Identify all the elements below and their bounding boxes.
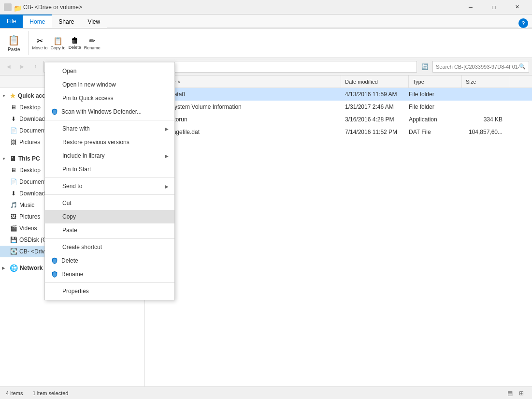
maximize-button[interactable]: □ bbox=[483, 0, 505, 15]
ctx-label-create-shortcut: Create shortcut bbox=[62, 244, 102, 251]
file-size-2: 334 KB bbox=[462, 116, 510, 123]
ctx-item-include-library[interactable]: Include in library▶ bbox=[45, 149, 174, 163]
sort-indicator: ∧ bbox=[177, 79, 181, 84]
column-header-date[interactable]: Date modified bbox=[341, 75, 409, 88]
up-button[interactable]: ↑ bbox=[30, 61, 42, 73]
file-type-0: File folder bbox=[409, 91, 462, 98]
ctx-item-restore-prev[interactable]: Restore previous versions bbox=[45, 135, 174, 149]
refresh-button[interactable]: 🔄 bbox=[419, 61, 431, 73]
ctx-label-restore-prev: Restore previous versions bbox=[62, 139, 129, 146]
ctx-item-cut[interactable]: Cut bbox=[45, 196, 174, 210]
large-icons-view-button[interactable]: ⊞ bbox=[517, 388, 526, 398]
ctx-item-copy[interactable]: Copy bbox=[45, 210, 174, 223]
search-input[interactable] bbox=[436, 64, 519, 70]
file-type-1: File folder bbox=[409, 103, 462, 110]
shield-icon bbox=[51, 108, 58, 116]
tab-share[interactable]: Share bbox=[52, 15, 81, 28]
ctx-label-pin-quick-access: Pin to Quick access bbox=[62, 95, 113, 102]
ctx-arrow-send-to: ▶ bbox=[165, 184, 169, 189]
downloads-pc-icon: ⬇ bbox=[10, 190, 17, 197]
forward-button[interactable]: ▶ bbox=[16, 61, 28, 73]
minimize-button[interactable]: ─ bbox=[460, 0, 482, 15]
details-view-button[interactable]: ▤ bbox=[505, 388, 515, 398]
ribbon-delete-button[interactable]: 🗑 Delete bbox=[69, 36, 81, 50]
close-button[interactable]: ✕ bbox=[506, 0, 528, 15]
videos-icon: 🎬 bbox=[10, 224, 17, 232]
help-button[interactable]: ? bbox=[518, 18, 528, 28]
table-row[interactable]: ✓ 📁 data0 4/13/2016 11:59 AM File folder bbox=[145, 88, 532, 101]
app-icon bbox=[4, 3, 12, 11]
ctx-item-open-new-window[interactable]: Open in new window bbox=[45, 78, 174, 91]
ctx-item-delete[interactable]: Delete bbox=[45, 254, 174, 267]
window-title: CB- <Drive or volume> bbox=[23, 4, 82, 11]
documents-icon: 📄 bbox=[10, 127, 17, 134]
file-name-2: ⚙ autorun bbox=[158, 116, 341, 123]
column-header-type[interactable]: Type bbox=[409, 75, 462, 88]
table-row[interactable]: ⚙ autorun 3/16/2016 4:28 PM Application … bbox=[145, 113, 532, 126]
column-header-name[interactable]: Name ∧ bbox=[158, 75, 341, 88]
ctx-icon-paste bbox=[51, 225, 60, 235]
back-button[interactable]: ◀ bbox=[3, 61, 14, 73]
this-pc-arrow: ▼ bbox=[2, 157, 8, 161]
this-pc-icon: 🖥 bbox=[10, 155, 16, 163]
ctx-separator-after-11 bbox=[45, 238, 174, 239]
ctx-label-open: Open bbox=[62, 68, 76, 74]
ctx-item-share-with[interactable]: Share with▶ bbox=[45, 122, 174, 135]
ctx-icon-share-with bbox=[51, 124, 60, 133]
search-icon: 🔍 bbox=[519, 63, 526, 70]
column-header-size[interactable]: Size bbox=[462, 75, 510, 88]
ctx-icon-copy bbox=[51, 212, 60, 222]
context-menu: OpenOpen in new windowPin to Quick acces… bbox=[44, 62, 175, 300]
ctx-item-paste[interactable]: Paste bbox=[45, 223, 174, 237]
tab-view[interactable]: View bbox=[81, 15, 107, 28]
item-count: 4 items bbox=[6, 390, 23, 396]
ctx-item-scan-defender[interactable]: Scan with Windows Defender... bbox=[45, 105, 174, 118]
ctx-item-pin-start[interactable]: Pin to Start bbox=[45, 163, 174, 176]
ribbon-tabs: File Home Share View ? bbox=[0, 15, 532, 28]
ctx-label-cut: Cut bbox=[62, 200, 72, 207]
ctx-arrow-share-with: ▶ bbox=[165, 126, 169, 132]
pictures-icon: 🖼 bbox=[10, 138, 17, 146]
ctx-item-send-to[interactable]: Send to▶ bbox=[45, 179, 174, 193]
ribbon-paste-button[interactable]: 📋 Paste bbox=[4, 33, 24, 53]
ctx-label-scan-defender: Scan with Windows Defender... bbox=[61, 108, 142, 115]
ctx-item-open[interactable]: Open bbox=[45, 64, 174, 78]
tab-file[interactable]: File bbox=[0, 15, 23, 28]
ctx-item-create-shortcut[interactable]: Create shortcut bbox=[45, 240, 174, 254]
ctx-label-open-new-window: Open in new window bbox=[62, 81, 116, 88]
ctx-separator-after-8 bbox=[45, 194, 174, 195]
file-date-0: 4/13/2016 11:59 AM bbox=[341, 91, 409, 98]
ctx-item-pin-quick-access[interactable]: Pin to Quick access bbox=[45, 91, 174, 105]
ctx-icon-create-shortcut bbox=[51, 242, 60, 252]
table-row[interactable]: 📁 System Volume Information 1/31/2017 2:… bbox=[145, 101, 532, 113]
ctx-label-include-library: Include in library bbox=[62, 152, 104, 159]
search-box[interactable]: 🔍 bbox=[432, 61, 529, 73]
quick-access-star-icon: ★ bbox=[10, 92, 16, 100]
ribbon-move-button[interactable]: ✂ Move to bbox=[32, 36, 48, 50]
ctx-label-share-with: Share with bbox=[62, 125, 90, 132]
file-date-2: 3/16/2016 4:28 PM bbox=[341, 116, 409, 123]
ctx-label-pin-start: Pin to Start bbox=[62, 166, 91, 173]
title-controls: ─ □ ✕ bbox=[460, 0, 528, 15]
ctx-label-delete: Delete bbox=[61, 257, 78, 264]
ctx-icon-include-library bbox=[51, 151, 60, 161]
ctx-separator-after-7 bbox=[45, 177, 174, 178]
quick-access-arrow: ▼ bbox=[2, 94, 8, 98]
view-controls: ▤ ⊞ bbox=[505, 388, 526, 398]
music-icon: 🎵 bbox=[10, 201, 17, 209]
ribbon-rename-button[interactable]: ✏ Rename bbox=[84, 36, 101, 50]
tab-home[interactable]: Home bbox=[23, 15, 52, 28]
shield-icon bbox=[51, 257, 58, 265]
ribbon-copy-button[interactable]: 📋 Copy to bbox=[51, 36, 66, 50]
osdisk-icon: 💾 bbox=[10, 236, 17, 244]
ctx-item-rename[interactable]: Rename bbox=[45, 267, 174, 281]
ribbon: File Home Share View ? 📋 Paste ✂ Move to bbox=[0, 15, 532, 58]
ctx-item-properties[interactable]: Properties bbox=[45, 284, 174, 298]
ctx-icon-cut bbox=[51, 198, 60, 208]
ctx-separator-after-3 bbox=[45, 120, 174, 120]
file-name-1: 📁 System Volume Information bbox=[158, 103, 341, 111]
file-list: ✓ 📁 data0 4/13/2016 11:59 AM File folder… bbox=[145, 88, 532, 386]
table-row[interactable]: 📄 pagefile.dat 7/14/2016 11:52 PM DAT Fi… bbox=[145, 126, 532, 138]
ctx-icon-pin-quick-access bbox=[51, 93, 60, 103]
status-bar: 4 items 1 item selected ▤ ⊞ bbox=[0, 386, 532, 399]
